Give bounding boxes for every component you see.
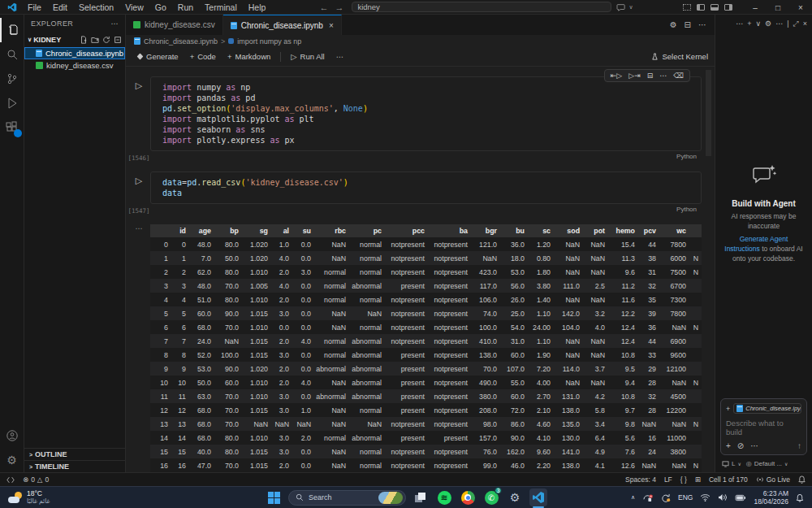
code-editor[interactable]: data=pd.read_csv('kidney_disease.csv')da… [150, 172, 702, 204]
chat-input[interactable]: Describe what to build [726, 419, 801, 436]
chevron-down-icon[interactable]: ∨ [756, 20, 762, 28]
generate-button[interactable]: Generate [132, 50, 184, 63]
weather-widget[interactable]: 18°C غائم غالبًا [0, 490, 122, 505]
more-icon[interactable]: ⋯ [750, 441, 758, 450]
add-context-icon[interactable]: + [726, 405, 730, 413]
menu-help[interactable]: Help [244, 2, 271, 13]
menu-terminal[interactable]: Terminal [200, 2, 242, 13]
refresh-icon[interactable] [102, 36, 110, 44]
spotify-button[interactable] [435, 488, 453, 506]
file-item[interactable]: kidney_disease.csv [24, 59, 125, 72]
update-pending-tray-icon[interactable] [660, 493, 671, 502]
settings-button[interactable]: ⚙ [506, 488, 524, 506]
cast-error-tray-icon[interactable] [642, 493, 653, 502]
file-item[interactable]: Chronic_disease.ipynb [24, 47, 125, 59]
go-live-button[interactable]: Go Live [756, 475, 790, 484]
add-code-cell-button[interactable]: + Code [185, 50, 221, 63]
run-all-button[interactable]: ▷ Run All [286, 50, 329, 63]
nav-back-icon[interactable]: ← [319, 2, 328, 12]
task-view-button[interactable] [412, 488, 430, 506]
chat-input-card[interactable]: + Chronic_disease.ipynb Describe what to… [720, 398, 807, 455]
notification-bell-icon[interactable] [796, 493, 804, 502]
notifications-bell-icon[interactable] [798, 475, 806, 484]
maximize-button[interactable]: □ [767, 0, 789, 15]
command-center-search[interactable]: kidney [352, 2, 611, 12]
notebook-content[interactable]: ⇤▷▷⇥⊟⋯⌫ ▷ [1546] import numpy as npimpor… [126, 67, 715, 472]
output-table[interactable]: idagebpsgalsurbcpcpccbabgrbuscsodpothemo… [150, 224, 702, 472]
delete-cell-icon[interactable]: ⌫ [673, 72, 684, 80]
explorer-more-icon[interactable]: ⋯ [111, 20, 119, 28]
more-horizontal-icon[interactable]: ⋯ [736, 20, 743, 28]
run-below-icon[interactable]: ▷⇥ [628, 72, 640, 80]
whatsapp-button[interactable]: ✆ 3 [482, 488, 500, 506]
run-cell-button[interactable]: ▷ [136, 175, 142, 186]
tools-icon[interactable]: ⊘ [737, 441, 744, 450]
volume-icon[interactable] [718, 493, 728, 501]
tray-chevron-icon[interactable]: ∧ [631, 494, 635, 501]
clock[interactable]: 6:23 AM 18/04/2026 [754, 489, 788, 506]
expand-icon[interactable]: ⤢ [793, 20, 799, 28]
mode-picker[interactable]: ◎ Default ... ∨ [746, 460, 788, 467]
remote-indicator[interactable] [6, 476, 15, 484]
more-horizontal-icon[interactable]: ⋯ [775, 20, 783, 28]
gear-icon[interactable]: ⚙ [765, 20, 771, 28]
send-icon[interactable]: ↑ [797, 441, 801, 450]
customize-layout-icon[interactable] [683, 4, 691, 11]
editor-gear-icon[interactable]: ⚙ [670, 20, 677, 29]
toggle-panel-icon[interactable] [710, 4, 719, 11]
menu-go[interactable]: Go [150, 2, 171, 13]
language-indicator[interactable]: ENG [678, 493, 693, 501]
close-tab-icon[interactable]: × [329, 21, 334, 30]
attach-icon[interactable]: + [726, 441, 731, 450]
chevron-down-icon[interactable]: ∨ [628, 4, 633, 11]
folder-section-kidney[interactable]: ∨ KIDNEY [24, 33, 125, 47]
run-above-icon[interactable]: ⇤▷ [611, 72, 622, 80]
tab-chronic-disease-ipynb[interactable]: Chronic_disease.ipynb × [223, 15, 342, 35]
copilot-chat-icon[interactable] [616, 3, 626, 11]
split-cell-icon[interactable]: ⊟ [647, 72, 654, 80]
run-debug-icon[interactable] [0, 91, 24, 115]
timeline-section[interactable]: >TIMELINE [24, 460, 125, 472]
new-chat-icon[interactable]: + [747, 20, 751, 28]
menu-run[interactable]: Run [173, 2, 198, 13]
session-picker[interactable]: L ∨ [722, 460, 741, 467]
toolbar-more-icon[interactable]: ⋯ [331, 50, 349, 63]
outline-section[interactable]: >OUTLINE [24, 448, 125, 460]
menu-view[interactable]: View [120, 2, 149, 13]
more-icon[interactable]: ⋯ [659, 72, 667, 80]
indentation-indicator[interactable]: Spaces: 4 [625, 475, 656, 484]
explorer-icon[interactable] [0, 18, 24, 42]
nav-forward-icon[interactable]: → [335, 2, 343, 12]
close-button[interactable]: × [789, 0, 812, 15]
toggle-sidebar-icon[interactable] [697, 4, 705, 11]
breadcrumb[interactable]: Chronic_disease.ipynb > import numpy as … [126, 35, 715, 47]
battery-icon[interactable] [735, 494, 746, 501]
layout-grid-icon[interactable]: ⊞ [695, 475, 701, 484]
problems-indicator[interactable]: ⊗ 0 △ 0 [23, 475, 49, 484]
split-editor-icon[interactable]: ⊟ [685, 20, 691, 29]
language-mode-indicator[interactable]: { } [680, 475, 687, 484]
new-file-icon[interactable] [80, 36, 88, 44]
add-markdown-cell-button[interactable]: + Markdown [222, 50, 275, 63]
cell-language-label[interactable]: Python [676, 153, 697, 160]
minimize-button[interactable]: – [744, 0, 767, 15]
select-kernel-button[interactable]: Select Kernel [651, 52, 708, 61]
settings-gear-icon[interactable]: ⚙ [0, 448, 24, 472]
source-control-icon[interactable] [0, 67, 24, 91]
tab-kidney-disease-csv[interactable]: kidney_disease.csv [126, 15, 223, 35]
close-icon[interactable]: × [803, 20, 807, 28]
taskbar-search[interactable]: Search [288, 490, 406, 506]
toggle-secondary-sidebar-icon[interactable] [724, 4, 732, 11]
run-cell-button[interactable]: ▷ [136, 80, 142, 91]
start-button[interactable] [265, 488, 283, 506]
menu-selection[interactable]: Selection [74, 2, 119, 13]
wifi-icon[interactable] [700, 493, 710, 501]
menu-edit[interactable]: Edit [48, 2, 72, 13]
search-icon[interactable] [0, 42, 24, 67]
output-more-icon[interactable]: ⋯ [136, 224, 143, 232]
cell-language-label[interactable]: Python [676, 206, 697, 213]
editor-more-icon[interactable]: ⋯ [698, 20, 706, 29]
notebook-scrollbar[interactable] [706, 70, 711, 156]
chrome-button[interactable] [459, 488, 477, 506]
code-editor[interactable]: import numpy as npimport pandas as pdpd.… [150, 76, 702, 151]
